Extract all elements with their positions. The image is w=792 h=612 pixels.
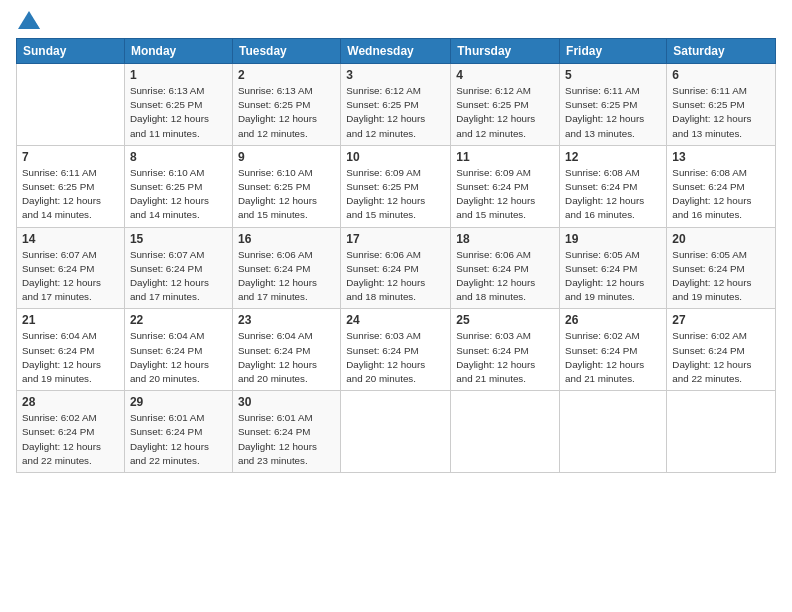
- day-number: 30: [238, 395, 335, 409]
- day-number: 5: [565, 68, 661, 82]
- day-info: Sunrise: 6:11 AMSunset: 6:25 PMDaylight:…: [22, 166, 119, 223]
- day-number: 15: [130, 232, 227, 246]
- calendar-cell: 8Sunrise: 6:10 AMSunset: 6:25 PMDaylight…: [124, 145, 232, 227]
- day-info: Sunrise: 6:10 AMSunset: 6:25 PMDaylight:…: [238, 166, 335, 223]
- day-info: Sunrise: 6:06 AMSunset: 6:24 PMDaylight:…: [238, 248, 335, 305]
- calendar-cell: 13Sunrise: 6:08 AMSunset: 6:24 PMDayligh…: [667, 145, 776, 227]
- calendar-cell: 26Sunrise: 6:02 AMSunset: 6:24 PMDayligh…: [560, 309, 667, 391]
- day-number: 3: [346, 68, 445, 82]
- day-info: Sunrise: 6:06 AMSunset: 6:24 PMDaylight:…: [346, 248, 445, 305]
- calendar-cell: [667, 391, 776, 473]
- calendar-cell: 28Sunrise: 6:02 AMSunset: 6:24 PMDayligh…: [17, 391, 125, 473]
- day-info: Sunrise: 6:08 AMSunset: 6:24 PMDaylight:…: [565, 166, 661, 223]
- day-number: 11: [456, 150, 554, 164]
- day-number: 7: [22, 150, 119, 164]
- day-info: Sunrise: 6:03 AMSunset: 6:24 PMDaylight:…: [346, 329, 445, 386]
- day-info: Sunrise: 6:04 AMSunset: 6:24 PMDaylight:…: [22, 329, 119, 386]
- day-number: 9: [238, 150, 335, 164]
- day-info: Sunrise: 6:01 AMSunset: 6:24 PMDaylight:…: [238, 411, 335, 468]
- day-number: 22: [130, 313, 227, 327]
- day-info: Sunrise: 6:05 AMSunset: 6:24 PMDaylight:…: [672, 248, 770, 305]
- day-number: 8: [130, 150, 227, 164]
- calendar-cell: 18Sunrise: 6:06 AMSunset: 6:24 PMDayligh…: [451, 227, 560, 309]
- day-number: 4: [456, 68, 554, 82]
- day-number: 23: [238, 313, 335, 327]
- calendar-cell: 24Sunrise: 6:03 AMSunset: 6:24 PMDayligh…: [341, 309, 451, 391]
- day-info: Sunrise: 6:04 AMSunset: 6:24 PMDaylight:…: [130, 329, 227, 386]
- calendar-day-header: Thursday: [451, 39, 560, 64]
- day-number: 18: [456, 232, 554, 246]
- day-info: Sunrise: 6:08 AMSunset: 6:24 PMDaylight:…: [672, 166, 770, 223]
- calendar-header-row: SundayMondayTuesdayWednesdayThursdayFrid…: [17, 39, 776, 64]
- day-number: 2: [238, 68, 335, 82]
- day-info: Sunrise: 6:13 AMSunset: 6:25 PMDaylight:…: [238, 84, 335, 141]
- logo: [16, 12, 40, 30]
- calendar-week-row: 14Sunrise: 6:07 AMSunset: 6:24 PMDayligh…: [17, 227, 776, 309]
- day-number: 28: [22, 395, 119, 409]
- calendar-cell: 3Sunrise: 6:12 AMSunset: 6:25 PMDaylight…: [341, 64, 451, 146]
- day-number: 1: [130, 68, 227, 82]
- day-number: 27: [672, 313, 770, 327]
- calendar-cell: 22Sunrise: 6:04 AMSunset: 6:24 PMDayligh…: [124, 309, 232, 391]
- calendar-week-row: 1Sunrise: 6:13 AMSunset: 6:25 PMDaylight…: [17, 64, 776, 146]
- day-number: 12: [565, 150, 661, 164]
- calendar-cell: 5Sunrise: 6:11 AMSunset: 6:25 PMDaylight…: [560, 64, 667, 146]
- day-info: Sunrise: 6:13 AMSunset: 6:25 PMDaylight:…: [130, 84, 227, 141]
- day-info: Sunrise: 6:05 AMSunset: 6:24 PMDaylight:…: [565, 248, 661, 305]
- calendar-cell: 16Sunrise: 6:06 AMSunset: 6:24 PMDayligh…: [232, 227, 340, 309]
- day-number: 14: [22, 232, 119, 246]
- day-info: Sunrise: 6:12 AMSunset: 6:25 PMDaylight:…: [456, 84, 554, 141]
- calendar-week-row: 7Sunrise: 6:11 AMSunset: 6:25 PMDaylight…: [17, 145, 776, 227]
- calendar-cell: 20Sunrise: 6:05 AMSunset: 6:24 PMDayligh…: [667, 227, 776, 309]
- calendar-cell: [560, 391, 667, 473]
- day-number: 29: [130, 395, 227, 409]
- calendar-cell: 14Sunrise: 6:07 AMSunset: 6:24 PMDayligh…: [17, 227, 125, 309]
- day-number: 26: [565, 313, 661, 327]
- day-number: 10: [346, 150, 445, 164]
- calendar-cell: 15Sunrise: 6:07 AMSunset: 6:24 PMDayligh…: [124, 227, 232, 309]
- calendar-cell: [451, 391, 560, 473]
- calendar-cell: 7Sunrise: 6:11 AMSunset: 6:25 PMDaylight…: [17, 145, 125, 227]
- day-number: 13: [672, 150, 770, 164]
- calendar-week-row: 21Sunrise: 6:04 AMSunset: 6:24 PMDayligh…: [17, 309, 776, 391]
- day-info: Sunrise: 6:04 AMSunset: 6:24 PMDaylight:…: [238, 329, 335, 386]
- calendar-cell: [341, 391, 451, 473]
- day-info: Sunrise: 6:02 AMSunset: 6:24 PMDaylight:…: [672, 329, 770, 386]
- day-number: 25: [456, 313, 554, 327]
- day-info: Sunrise: 6:12 AMSunset: 6:25 PMDaylight:…: [346, 84, 445, 141]
- calendar-body: 1Sunrise: 6:13 AMSunset: 6:25 PMDaylight…: [17, 64, 776, 473]
- day-info: Sunrise: 6:07 AMSunset: 6:24 PMDaylight:…: [130, 248, 227, 305]
- day-info: Sunrise: 6:10 AMSunset: 6:25 PMDaylight:…: [130, 166, 227, 223]
- calendar-day-header: Tuesday: [232, 39, 340, 64]
- calendar-cell: 25Sunrise: 6:03 AMSunset: 6:24 PMDayligh…: [451, 309, 560, 391]
- calendar-day-header: Wednesday: [341, 39, 451, 64]
- calendar-cell: 21Sunrise: 6:04 AMSunset: 6:24 PMDayligh…: [17, 309, 125, 391]
- calendar-cell: 6Sunrise: 6:11 AMSunset: 6:25 PMDaylight…: [667, 64, 776, 146]
- calendar-cell: 17Sunrise: 6:06 AMSunset: 6:24 PMDayligh…: [341, 227, 451, 309]
- calendar-cell: 12Sunrise: 6:08 AMSunset: 6:24 PMDayligh…: [560, 145, 667, 227]
- day-number: 24: [346, 313, 445, 327]
- day-info: Sunrise: 6:02 AMSunset: 6:24 PMDaylight:…: [565, 329, 661, 386]
- logo-icon: [18, 11, 40, 29]
- day-number: 21: [22, 313, 119, 327]
- calendar-header: SundayMondayTuesdayWednesdayThursdayFrid…: [17, 39, 776, 64]
- day-info: Sunrise: 6:09 AMSunset: 6:25 PMDaylight:…: [346, 166, 445, 223]
- day-info: Sunrise: 6:01 AMSunset: 6:24 PMDaylight:…: [130, 411, 227, 468]
- day-info: Sunrise: 6:03 AMSunset: 6:24 PMDaylight:…: [456, 329, 554, 386]
- day-number: 19: [565, 232, 661, 246]
- day-number: 6: [672, 68, 770, 82]
- calendar-cell: [17, 64, 125, 146]
- calendar-cell: 30Sunrise: 6:01 AMSunset: 6:24 PMDayligh…: [232, 391, 340, 473]
- day-number: 20: [672, 232, 770, 246]
- day-info: Sunrise: 6:07 AMSunset: 6:24 PMDaylight:…: [22, 248, 119, 305]
- day-number: 17: [346, 232, 445, 246]
- calendar-cell: 11Sunrise: 6:09 AMSunset: 6:24 PMDayligh…: [451, 145, 560, 227]
- calendar-cell: 29Sunrise: 6:01 AMSunset: 6:24 PMDayligh…: [124, 391, 232, 473]
- calendar-cell: 2Sunrise: 6:13 AMSunset: 6:25 PMDaylight…: [232, 64, 340, 146]
- calendar-cell: 9Sunrise: 6:10 AMSunset: 6:25 PMDaylight…: [232, 145, 340, 227]
- calendar-cell: 19Sunrise: 6:05 AMSunset: 6:24 PMDayligh…: [560, 227, 667, 309]
- calendar-day-header: Friday: [560, 39, 667, 64]
- calendar-cell: 23Sunrise: 6:04 AMSunset: 6:24 PMDayligh…: [232, 309, 340, 391]
- day-info: Sunrise: 6:09 AMSunset: 6:24 PMDaylight:…: [456, 166, 554, 223]
- day-info: Sunrise: 6:11 AMSunset: 6:25 PMDaylight:…: [672, 84, 770, 141]
